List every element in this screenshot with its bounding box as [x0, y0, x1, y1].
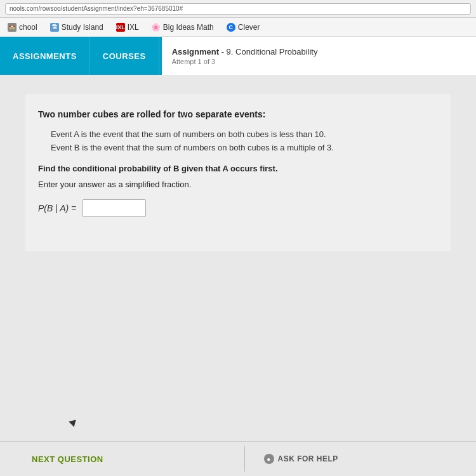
bookmark-study-island-label: Study Island — [62, 23, 103, 32]
bottom-left: NEXT QUESTION — [0, 454, 244, 464]
next-question-button[interactable]: NEXT QUESTION — [32, 454, 103, 464]
main-nav: ASSIGNMENTS COURSES Assignment - 9. Cond… — [0, 37, 476, 75]
url-text: nools.com/rowsoo/studentAssignment/index… — [10, 5, 183, 12]
question-card: Two number cubes are rolled for two sepa… — [25, 94, 451, 251]
ask-for-help-button[interactable]: ● ASK FOR HELP — [264, 454, 338, 464]
question-intro: Two number cubes are rolled for two sepa… — [38, 109, 438, 119]
url-field[interactable]: nools.com/rowsoo/studentAssignment/index… — [5, 3, 471, 15]
bookmark-big-ideas[interactable]: 🌸 Big Ideas Math — [149, 22, 216, 33]
bottom-right: ● ASK FOR HELP — [245, 454, 477, 464]
assignments-tab[interactable]: ASSIGNMENTS — [0, 37, 90, 75]
bookmark-ixl[interactable]: IXL IXL — [114, 22, 142, 33]
assignment-title: Assignment - 9. Conditional Probability — [172, 47, 466, 56]
attempt-text: Attempt 1 of 3 — [172, 58, 466, 65]
school-icon: 🏫 — [8, 23, 17, 32]
browser-url-bar: nools.com/rowsoo/studentAssignment/index… — [0, 0, 476, 18]
bookmark-school-label: chool — [19, 23, 37, 32]
assignment-header: Assignment - 9. Conditional Probability … — [159, 37, 476, 75]
math-label: P(B | A) = — [38, 203, 76, 213]
question-events: Event A is the event that the sum of num… — [38, 128, 438, 155]
question-instructions: Enter your answer as a simplified fracti… — [38, 180, 438, 189]
bookmark-ixl-label: IXL — [128, 23, 139, 32]
study-island-icon: 🏝 — [50, 23, 59, 32]
assignment-name: - 9. Conditional Probability — [221, 47, 318, 56]
bookmark-clever-label: Clever — [238, 23, 260, 32]
ixl-icon: IXL — [116, 23, 125, 32]
bookmarks-bar: 🏫 chool 🏝 Study Island IXL IXL 🌸 Big Ide… — [0, 18, 476, 37]
answer-input[interactable] — [83, 199, 146, 217]
event-a-text: Event A is the event that the sum of num… — [51, 128, 438, 142]
nav-tabs: ASSIGNMENTS COURSES — [0, 37, 159, 75]
help-icon: ● — [264, 454, 274, 464]
question-find: Find the conditional probability of B gi… — [38, 164, 438, 173]
big-ideas-icon: 🌸 — [152, 23, 161, 32]
courses-tab[interactable]: COURSES — [90, 37, 159, 75]
bookmark-big-ideas-label: Big Ideas Math — [163, 23, 214, 32]
cursor-indicator — [69, 417, 79, 427]
bottom-bar: NEXT QUESTION ● ASK FOR HELP — [0, 441, 476, 476]
clever-icon: C — [227, 23, 235, 32]
event-b-text: Event B is the event that the sum of num… — [51, 142, 438, 155]
answer-row: P(B | A) = — [38, 199, 438, 217]
bookmark-clever[interactable]: C Clever — [224, 22, 263, 33]
bookmark-study-island[interactable]: 🏝 Study Island — [48, 22, 106, 33]
bookmark-school[interactable]: 🏫 chool — [5, 22, 40, 33]
ask-help-label: ASK FOR HELP — [278, 454, 338, 463]
main-content: Two number cubes are rolled for two sepa… — [0, 75, 476, 476]
